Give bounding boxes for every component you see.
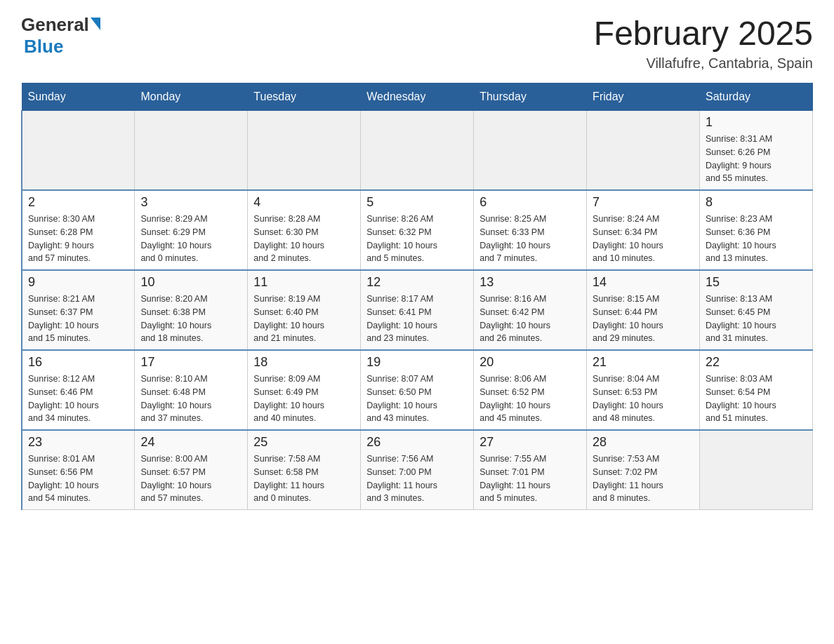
day-info: Sunrise: 8:17 AM Sunset: 6:41 PM Dayligh… — [366, 293, 468, 345]
logo-general-text: General — [21, 14, 89, 36]
weekday-header-tuesday: Tuesday — [248, 83, 361, 111]
day-number: 17 — [140, 355, 241, 370]
calendar-cell: 21Sunrise: 8:04 AM Sunset: 6:53 PM Dayli… — [587, 350, 700, 430]
day-info: Sunrise: 7:55 AM Sunset: 7:01 PM Dayligh… — [479, 452, 581, 505]
day-number: 22 — [706, 355, 807, 370]
weekday-header-wednesday: Wednesday — [361, 83, 474, 111]
day-info: Sunrise: 7:56 AM Sunset: 7:00 PM Dayligh… — [366, 452, 468, 505]
day-number: 16 — [28, 355, 128, 370]
calendar-cell: 19Sunrise: 8:07 AM Sunset: 6:50 PM Dayli… — [361, 350, 474, 430]
day-number: 28 — [593, 435, 694, 450]
day-info: Sunrise: 8:12 AM Sunset: 6:46 PM Dayligh… — [28, 373, 128, 425]
day-number: 11 — [253, 275, 355, 290]
day-info: Sunrise: 8:24 AM Sunset: 6:34 PM Dayligh… — [593, 213, 694, 265]
day-info: Sunrise: 8:04 AM Sunset: 6:53 PM Dayligh… — [593, 373, 694, 425]
calendar-cell: 18Sunrise: 8:09 AM Sunset: 6:49 PM Dayli… — [248, 350, 361, 430]
calendar-table: SundayMondayTuesdayWednesdayThursdayFrid… — [21, 83, 813, 510]
day-info: Sunrise: 8:26 AM Sunset: 6:32 PM Dayligh… — [366, 213, 468, 265]
calendar-cell: 2Sunrise: 8:30 AM Sunset: 6:28 PM Daylig… — [22, 190, 135, 270]
calendar-week-5: 23Sunrise: 8:01 AM Sunset: 6:56 PM Dayli… — [22, 430, 813, 510]
calendar-cell: 1Sunrise: 8:31 AM Sunset: 6:26 PM Daylig… — [700, 111, 813, 191]
day-number: 20 — [479, 355, 581, 370]
day-info: Sunrise: 8:25 AM Sunset: 6:33 PM Dayligh… — [479, 213, 581, 265]
calendar-cell: 12Sunrise: 8:17 AM Sunset: 6:41 PM Dayli… — [361, 270, 474, 350]
day-number: 27 — [479, 435, 581, 450]
calendar-header: SundayMondayTuesdayWednesdayThursdayFrid… — [22, 83, 813, 111]
day-info: Sunrise: 8:03 AM Sunset: 6:54 PM Dayligh… — [706, 373, 807, 425]
day-number: 2 — [28, 195, 128, 210]
day-info: Sunrise: 8:19 AM Sunset: 6:40 PM Dayligh… — [253, 293, 355, 345]
calendar-cell — [587, 111, 700, 191]
day-number: 18 — [253, 355, 355, 370]
day-number: 6 — [479, 195, 581, 210]
calendar-cell: 6Sunrise: 8:25 AM Sunset: 6:33 PM Daylig… — [474, 190, 587, 270]
day-info: Sunrise: 8:28 AM Sunset: 6:30 PM Dayligh… — [253, 213, 355, 265]
calendar-cell: 8Sunrise: 8:23 AM Sunset: 6:36 PM Daylig… — [700, 190, 813, 270]
day-number: 25 — [253, 435, 355, 450]
calendar-cell — [361, 111, 474, 191]
calendar-cell: 5Sunrise: 8:26 AM Sunset: 6:32 PM Daylig… — [361, 190, 474, 270]
day-number: 23 — [28, 435, 128, 450]
day-number: 13 — [479, 275, 581, 290]
day-info: Sunrise: 8:16 AM Sunset: 6:42 PM Dayligh… — [479, 293, 581, 345]
day-info: Sunrise: 8:21 AM Sunset: 6:37 PM Dayligh… — [28, 293, 128, 345]
calendar-cell: 24Sunrise: 8:00 AM Sunset: 6:57 PM Dayli… — [135, 430, 248, 510]
month-title: February 2025 — [594, 14, 813, 53]
calendar-cell: 4Sunrise: 8:28 AM Sunset: 6:30 PM Daylig… — [248, 190, 361, 270]
weekday-header-thursday: Thursday — [474, 83, 587, 111]
calendar-cell: 23Sunrise: 8:01 AM Sunset: 6:56 PM Dayli… — [22, 430, 135, 510]
calendar-cell — [474, 111, 587, 191]
location-title: Villafufre, Cantabria, Spain — [594, 55, 813, 72]
day-info: Sunrise: 7:53 AM Sunset: 7:02 PM Dayligh… — [593, 452, 694, 505]
day-info: Sunrise: 8:01 AM Sunset: 6:56 PM Dayligh… — [28, 452, 128, 505]
day-info: Sunrise: 8:13 AM Sunset: 6:45 PM Dayligh… — [706, 293, 807, 345]
calendar-week-4: 16Sunrise: 8:12 AM Sunset: 6:46 PM Dayli… — [22, 350, 813, 430]
calendar-cell: 26Sunrise: 7:56 AM Sunset: 7:00 PM Dayli… — [361, 430, 474, 510]
day-number: 4 — [253, 195, 355, 210]
calendar-cell: 11Sunrise: 8:19 AM Sunset: 6:40 PM Dayli… — [248, 270, 361, 350]
day-info: Sunrise: 8:10 AM Sunset: 6:48 PM Dayligh… — [140, 373, 241, 425]
page-header: General Blue February 2025 Villafufre, C… — [21, 14, 813, 72]
calendar-cell: 7Sunrise: 8:24 AM Sunset: 6:34 PM Daylig… — [587, 190, 700, 270]
day-info: Sunrise: 8:23 AM Sunset: 6:36 PM Dayligh… — [706, 213, 807, 265]
calendar-cell: 25Sunrise: 7:58 AM Sunset: 6:58 PM Dayli… — [248, 430, 361, 510]
day-info: Sunrise: 8:09 AM Sunset: 6:49 PM Dayligh… — [253, 373, 355, 425]
day-info: Sunrise: 7:58 AM Sunset: 6:58 PM Dayligh… — [253, 452, 355, 505]
weekday-header-row: SundayMondayTuesdayWednesdayThursdayFrid… — [22, 83, 813, 111]
day-number: 8 — [706, 195, 807, 210]
weekday-header-sunday: Sunday — [22, 83, 135, 111]
day-number: 10 — [140, 275, 241, 290]
weekday-header-friday: Friday — [587, 83, 700, 111]
calendar-cell: 16Sunrise: 8:12 AM Sunset: 6:46 PM Dayli… — [22, 350, 135, 430]
calendar-cell: 27Sunrise: 7:55 AM Sunset: 7:01 PM Dayli… — [474, 430, 587, 510]
day-number: 24 — [140, 435, 241, 450]
calendar-cell: 28Sunrise: 7:53 AM Sunset: 7:02 PM Dayli… — [587, 430, 700, 510]
day-info: Sunrise: 8:30 AM Sunset: 6:28 PM Dayligh… — [28, 213, 128, 265]
day-info: Sunrise: 8:00 AM Sunset: 6:57 PM Dayligh… — [140, 452, 241, 505]
calendar-cell: 14Sunrise: 8:15 AM Sunset: 6:44 PM Dayli… — [587, 270, 700, 350]
weekday-header-saturday: Saturday — [700, 83, 813, 111]
calendar-body: 1Sunrise: 8:31 AM Sunset: 6:26 PM Daylig… — [22, 111, 813, 510]
day-number: 3 — [140, 195, 241, 210]
day-info: Sunrise: 8:29 AM Sunset: 6:29 PM Dayligh… — [140, 213, 241, 265]
calendar-cell: 22Sunrise: 8:03 AM Sunset: 6:54 PM Dayli… — [700, 350, 813, 430]
day-number: 5 — [366, 195, 468, 210]
day-number: 7 — [593, 195, 694, 210]
logo-arrow-icon — [91, 18, 100, 30]
title-block: February 2025 Villafufre, Cantabria, Spa… — [594, 14, 813, 72]
calendar-cell: 13Sunrise: 8:16 AM Sunset: 6:42 PM Dayli… — [474, 270, 587, 350]
calendar-cell: 20Sunrise: 8:06 AM Sunset: 6:52 PM Dayli… — [474, 350, 587, 430]
calendar-week-1: 1Sunrise: 8:31 AM Sunset: 6:26 PM Daylig… — [22, 111, 813, 191]
day-number: 1 — [706, 115, 807, 130]
day-number: 9 — [28, 275, 128, 290]
logo: General Blue — [21, 14, 102, 58]
calendar-cell: 10Sunrise: 8:20 AM Sunset: 6:38 PM Dayli… — [135, 270, 248, 350]
calendar-cell: 15Sunrise: 8:13 AM Sunset: 6:45 PM Dayli… — [700, 270, 813, 350]
day-info: Sunrise: 8:15 AM Sunset: 6:44 PM Dayligh… — [593, 293, 694, 345]
weekday-header-monday: Monday — [135, 83, 248, 111]
day-info: Sunrise: 8:31 AM Sunset: 6:26 PM Dayligh… — [706, 133, 807, 185]
logo-blue-text: Blue — [24, 36, 63, 57]
day-number: 12 — [366, 275, 468, 290]
calendar-cell — [135, 111, 248, 191]
day-info: Sunrise: 8:07 AM Sunset: 6:50 PM Dayligh… — [366, 373, 468, 425]
